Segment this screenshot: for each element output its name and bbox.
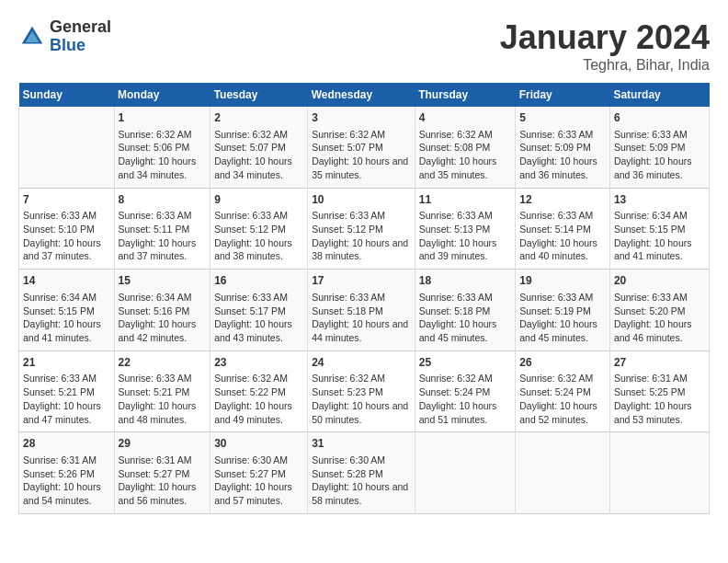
day-info: Sunrise: 6:33 AMSunset: 5:10 PMDaylight:… <box>23 209 110 263</box>
day-number: 26 <box>519 355 606 371</box>
logo-icon <box>18 23 46 51</box>
day-info: Sunrise: 6:33 AMSunset: 5:18 PMDaylight:… <box>312 291 411 345</box>
calendar-cell: 27Sunrise: 6:31 AMSunset: 5:25 PMDayligh… <box>609 350 709 432</box>
calendar-cell <box>19 107 115 188</box>
day-info: Sunrise: 6:32 AMSunset: 5:22 PMDaylight:… <box>214 372 303 426</box>
calendar-cell <box>609 432 709 514</box>
day-info: Sunrise: 6:31 AMSunset: 5:26 PMDaylight:… <box>23 454 110 508</box>
day-info: Sunrise: 6:33 AMSunset: 5:12 PMDaylight:… <box>214 209 303 263</box>
calendar-cell: 1Sunrise: 6:32 AMSunset: 5:06 PMDaylight… <box>114 107 210 188</box>
calendar-cell: 18Sunrise: 6:33 AMSunset: 5:18 PMDayligh… <box>415 270 516 351</box>
header-cell-saturday: Saturday <box>609 83 709 107</box>
day-info: Sunrise: 6:33 AMSunset: 5:18 PMDaylight:… <box>419 291 512 345</box>
calendar-body: 1Sunrise: 6:32 AMSunset: 5:06 PMDaylight… <box>19 107 710 513</box>
day-number: 28 <box>23 436 110 452</box>
month-title: January 2024 <box>500 18 710 57</box>
day-number: 11 <box>419 192 512 208</box>
calendar-cell: 25Sunrise: 6:32 AMSunset: 5:24 PMDayligh… <box>415 350 516 432</box>
header-cell-tuesday: Tuesday <box>210 83 308 107</box>
day-number: 18 <box>419 273 512 289</box>
calendar-week-3: 14Sunrise: 6:34 AMSunset: 5:15 PMDayligh… <box>19 270 710 351</box>
logo-text: General Blue <box>50 18 111 55</box>
header-cell-friday: Friday <box>516 83 610 107</box>
calendar-cell: 5Sunrise: 6:33 AMSunset: 5:09 PMDaylight… <box>516 107 610 188</box>
day-info: Sunrise: 6:33 AMSunset: 5:09 PMDaylight:… <box>519 128 606 182</box>
header-cell-monday: Monday <box>114 83 210 107</box>
title-section: January 2024 Teghra, Bihar, India <box>500 18 710 74</box>
header-cell-sunday: Sunday <box>19 83 115 107</box>
day-info: Sunrise: 6:31 AMSunset: 5:27 PMDaylight:… <box>119 454 207 508</box>
calendar-cell: 16Sunrise: 6:33 AMSunset: 5:17 PMDayligh… <box>210 270 308 351</box>
calendar-cell: 17Sunrise: 6:33 AMSunset: 5:18 PMDayligh… <box>308 270 415 351</box>
calendar-cell: 20Sunrise: 6:33 AMSunset: 5:20 PMDayligh… <box>609 270 709 351</box>
day-number: 21 <box>23 355 110 371</box>
page-header: General Blue January 2024 Teghra, Bihar,… <box>18 18 710 74</box>
day-info: Sunrise: 6:33 AMSunset: 5:11 PMDaylight:… <box>119 209 207 263</box>
header-row: SundayMondayTuesdayWednesdayThursdayFrid… <box>19 83 710 107</box>
day-info: Sunrise: 6:32 AMSunset: 5:07 PMDaylight:… <box>214 128 303 182</box>
day-number: 15 <box>119 273 207 289</box>
day-number: 22 <box>119 355 207 371</box>
day-number: 6 <box>614 110 705 126</box>
day-info: Sunrise: 6:34 AMSunset: 5:16 PMDaylight:… <box>119 291 207 345</box>
day-number: 5 <box>519 110 606 126</box>
day-number: 30 <box>214 436 303 452</box>
day-info: Sunrise: 6:32 AMSunset: 5:07 PMDaylight:… <box>312 128 411 182</box>
day-number: 25 <box>419 355 512 371</box>
day-number: 9 <box>214 192 303 208</box>
day-number: 2 <box>214 110 303 126</box>
day-info: Sunrise: 6:32 AMSunset: 5:23 PMDaylight:… <box>312 372 411 426</box>
calendar-cell: 2Sunrise: 6:32 AMSunset: 5:07 PMDaylight… <box>210 107 308 188</box>
day-number: 23 <box>214 355 303 371</box>
calendar-cell: 14Sunrise: 6:34 AMSunset: 5:15 PMDayligh… <box>19 270 115 351</box>
calendar-week-4: 21Sunrise: 6:33 AMSunset: 5:21 PMDayligh… <box>19 350 710 432</box>
day-info: Sunrise: 6:33 AMSunset: 5:21 PMDaylight:… <box>23 372 110 426</box>
calendar-cell <box>415 432 516 514</box>
calendar-week-2: 7Sunrise: 6:33 AMSunset: 5:10 PMDaylight… <box>19 188 710 270</box>
logo-blue: Blue <box>50 37 111 55</box>
day-number: 3 <box>312 110 411 126</box>
calendar-cell: 10Sunrise: 6:33 AMSunset: 5:12 PMDayligh… <box>308 188 415 270</box>
calendar-cell: 7Sunrise: 6:33 AMSunset: 5:10 PMDaylight… <box>19 188 115 270</box>
calendar-cell: 12Sunrise: 6:33 AMSunset: 5:14 PMDayligh… <box>516 188 610 270</box>
calendar-cell <box>516 432 610 514</box>
day-number: 7 <box>23 192 110 208</box>
calendar-cell: 11Sunrise: 6:33 AMSunset: 5:13 PMDayligh… <box>415 188 516 270</box>
day-number: 4 <box>419 110 512 126</box>
calendar-cell: 9Sunrise: 6:33 AMSunset: 5:12 PMDaylight… <box>210 188 308 270</box>
day-info: Sunrise: 6:30 AMSunset: 5:27 PMDaylight:… <box>214 454 303 508</box>
calendar-cell: 26Sunrise: 6:32 AMSunset: 5:24 PMDayligh… <box>516 350 610 432</box>
day-number: 31 <box>312 436 411 452</box>
calendar-cell: 31Sunrise: 6:30 AMSunset: 5:28 PMDayligh… <box>308 432 415 514</box>
day-number: 29 <box>119 436 207 452</box>
calendar-cell: 22Sunrise: 6:33 AMSunset: 5:21 PMDayligh… <box>114 350 210 432</box>
day-info: Sunrise: 6:33 AMSunset: 5:20 PMDaylight:… <box>614 291 705 345</box>
day-number: 1 <box>119 110 207 126</box>
calendar-cell: 23Sunrise: 6:32 AMSunset: 5:22 PMDayligh… <box>210 350 308 432</box>
day-number: 14 <box>23 273 110 289</box>
calendar-cell: 15Sunrise: 6:34 AMSunset: 5:16 PMDayligh… <box>114 270 210 351</box>
day-number: 8 <box>119 192 207 208</box>
header-cell-thursday: Thursday <box>415 83 516 107</box>
calendar-cell: 3Sunrise: 6:32 AMSunset: 5:07 PMDaylight… <box>308 107 415 188</box>
day-info: Sunrise: 6:32 AMSunset: 5:24 PMDaylight:… <box>519 372 606 426</box>
calendar-header: SundayMondayTuesdayWednesdayThursdayFrid… <box>19 83 710 107</box>
day-number: 27 <box>614 355 705 371</box>
day-info: Sunrise: 6:33 AMSunset: 5:17 PMDaylight:… <box>214 291 303 345</box>
day-number: 17 <box>312 273 411 289</box>
header-cell-wednesday: Wednesday <box>308 83 415 107</box>
calendar-cell: 28Sunrise: 6:31 AMSunset: 5:26 PMDayligh… <box>19 432 115 514</box>
location: Teghra, Bihar, India <box>500 57 710 74</box>
day-number: 19 <box>519 273 606 289</box>
day-number: 20 <box>614 273 705 289</box>
calendar-cell: 8Sunrise: 6:33 AMSunset: 5:11 PMDaylight… <box>114 188 210 270</box>
day-info: Sunrise: 6:33 AMSunset: 5:13 PMDaylight:… <box>419 209 512 263</box>
day-number: 10 <box>312 192 411 208</box>
calendar-cell: 4Sunrise: 6:32 AMSunset: 5:08 PMDaylight… <box>415 107 516 188</box>
calendar-cell: 13Sunrise: 6:34 AMSunset: 5:15 PMDayligh… <box>609 188 709 270</box>
day-info: Sunrise: 6:33 AMSunset: 5:14 PMDaylight:… <box>519 209 606 263</box>
day-number: 12 <box>519 192 606 208</box>
calendar-cell: 24Sunrise: 6:32 AMSunset: 5:23 PMDayligh… <box>308 350 415 432</box>
day-number: 24 <box>312 355 411 371</box>
calendar-table: SundayMondayTuesdayWednesdayThursdayFrid… <box>18 83 710 514</box>
